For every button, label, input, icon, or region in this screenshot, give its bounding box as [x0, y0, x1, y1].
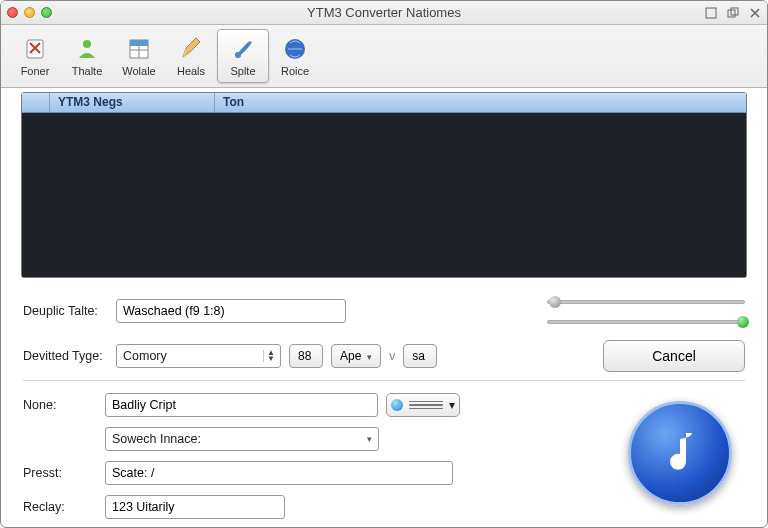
toolbar-heals[interactable]: Heals	[165, 29, 217, 83]
slider-top[interactable]	[547, 296, 745, 308]
person-icon	[74, 36, 100, 62]
preset-pill-combo[interactable]: ▾	[386, 393, 460, 417]
window-title: YTM3 Converter Natiomes	[1, 5, 767, 20]
reclay-label: Reclay:	[23, 500, 73, 514]
svg-point-4	[83, 40, 91, 48]
music-note-icon	[652, 425, 708, 481]
toolbar-wolale[interactable]: Wolale	[113, 29, 165, 83]
sowech-value: Sowech Innace:	[112, 432, 363, 446]
brush-icon	[230, 36, 256, 62]
pencil-icon	[178, 36, 204, 62]
deuplic-label: Deuplic Talte:	[23, 304, 108, 318]
toolbar-splte[interactable]: Splte	[217, 29, 269, 83]
reclay-input[interactable]	[105, 495, 285, 519]
toolbar-foner[interactable]: Foner	[9, 29, 61, 83]
devitted-value: Comory	[123, 349, 263, 363]
file-table: YTM3 Negs Ton	[21, 92, 747, 278]
toolbar: Foner Thalte Wolale Heals Splte Roice	[1, 25, 767, 88]
toolbar-label: Thalte	[72, 65, 103, 77]
form-block: Deuplic Talte: Devitted Tyge: Comory ▲▼ …	[1, 284, 767, 372]
btn-88[interactable]: 88	[289, 344, 323, 368]
toolbar-label: Wolale	[122, 65, 155, 77]
table-header: YTM3 Negs Ton	[22, 93, 746, 113]
globe-icon	[282, 36, 308, 62]
toolbar-thalte[interactable]: Thalte	[61, 29, 113, 83]
deuplic-input[interactable]	[116, 299, 346, 323]
table-col-negs[interactable]: YTM3 Negs	[50, 93, 215, 112]
sep-v: v	[389, 349, 395, 363]
btn-ape[interactable]: Ape	[331, 344, 381, 368]
devitted-combo[interactable]: Comory ▲▼	[116, 344, 281, 368]
caret-down-icon	[365, 349, 372, 363]
none-input[interactable]	[105, 393, 378, 417]
slider-bottom[interactable]	[547, 316, 745, 328]
toolbar-label: Roice	[281, 65, 309, 77]
toolbar-label: Splte	[230, 65, 255, 77]
presst-label: Presst:	[23, 466, 73, 480]
bars-icon	[409, 401, 443, 409]
slider-thumb-icon[interactable]	[549, 296, 561, 308]
combo-handles-icon: ▲▼	[263, 350, 278, 362]
table-icon	[126, 36, 152, 62]
svg-point-9	[235, 52, 241, 58]
lower-block: None: ▾ Sowech Innace: ▾ Presst: Reclay:	[1, 381, 767, 519]
none-label: None:	[23, 398, 73, 412]
caret-down-icon: ▾	[363, 434, 376, 444]
foner-icon	[22, 36, 48, 62]
toolbar-roice[interactable]: Roice	[269, 29, 321, 83]
gem-icon	[391, 399, 403, 411]
table-body[interactable]	[22, 113, 746, 277]
cancel-button[interactable]: Cancel	[603, 340, 745, 372]
devitted-label: Devitted Tyge:	[23, 349, 108, 363]
btn-sa[interactable]: sa	[403, 344, 437, 368]
toolbar-label: Foner	[21, 65, 50, 77]
table-col-checkbox[interactable]	[22, 93, 50, 112]
convert-button[interactable]	[628, 401, 732, 505]
titlebar: YTM3 Converter Natiomes	[1, 1, 767, 25]
sliders	[547, 294, 745, 328]
toolbar-label: Heals	[177, 65, 205, 77]
sowech-combo[interactable]: Sowech Innace: ▾	[105, 427, 379, 451]
caret-down-icon: ▾	[449, 398, 455, 412]
slider-thumb-icon[interactable]	[737, 316, 749, 328]
table-col-ton[interactable]: Ton	[215, 93, 746, 112]
presst-input[interactable]	[105, 461, 453, 485]
